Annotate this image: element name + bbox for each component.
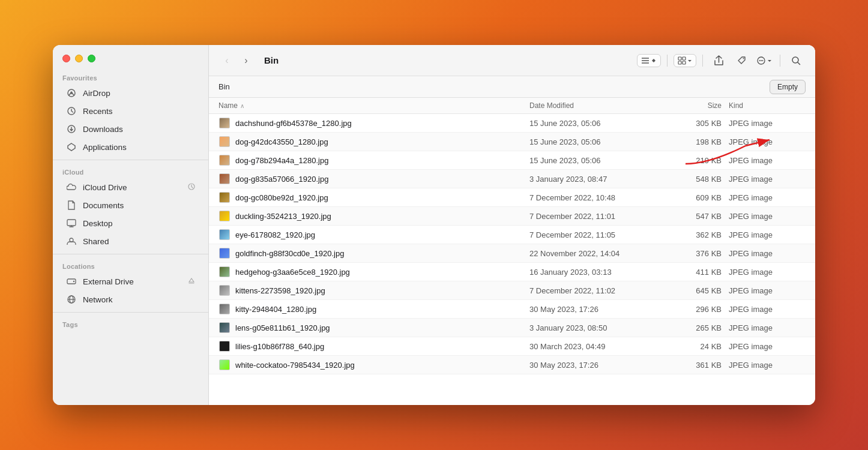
traffic-lights [53, 45, 208, 70]
finder-window: Favourites AirDrop [53, 45, 815, 405]
file-kind: JPEG image [722, 137, 806, 146]
file-icon [219, 247, 231, 259]
downloads-icon [66, 124, 77, 134]
share-button[interactable] [709, 52, 728, 69]
table-row[interactable]: dog-g42dc43550_1280.jpg 15 June 2023, 05… [209, 133, 815, 151]
table-row[interactable]: dachshund-gf6b45378e_1280.jpg 15 June 20… [209, 114, 815, 133]
kind-column-header[interactable]: Kind [722, 101, 806, 110]
search-button[interactable] [786, 52, 806, 69]
sidebar-airdrop-label: AirDrop [83, 89, 110, 98]
size-column-header[interactable]: Size [662, 101, 722, 110]
file-size: 411 KB [662, 268, 722, 277]
file-size: 548 KB [662, 175, 722, 184]
file-name: goldfinch-g88f30cd0e_1920.jpg [235, 249, 344, 258]
date-column-header[interactable]: Date Modified [529, 101, 662, 110]
name-column-header[interactable]: Name ∧ [219, 101, 529, 110]
file-name: lilies-g10b86f788_640.jpg [235, 342, 324, 351]
file-thumbnail [219, 155, 230, 166]
file-thumbnail [219, 248, 230, 259]
table-row[interactable]: dog-g78b294a4a_1280.jpg 15 June 2023, 05… [209, 151, 815, 170]
file-name: lens-g05e811b61_1920.jpg [235, 323, 330, 332]
table-row[interactable]: eye-6178082_1920.jpg 7 December 2022, 11… [209, 226, 815, 244]
sidebar: Favourites AirDrop [53, 45, 209, 405]
tag-button[interactable] [732, 52, 751, 69]
tag-icon [737, 56, 746, 65]
list-icon [641, 56, 649, 65]
file-kind: JPEG image [722, 193, 806, 202]
file-icon [219, 154, 231, 166]
forward-button[interactable]: › [238, 52, 255, 69]
svg-point-6 [70, 238, 73, 242]
file-icon [219, 359, 231, 371]
table-row[interactable]: hedgehog-g3aa6e5ce8_1920.jpg 16 January … [209, 263, 815, 281]
icloud-label: iCloud [53, 164, 208, 178]
svg-point-22 [759, 60, 761, 61]
list-view-button[interactable] [637, 54, 661, 67]
file-thumbnail [219, 173, 230, 184]
window-title: Bin [264, 55, 279, 65]
file-date: 16 January 2023, 03:13 [529, 268, 662, 277]
svg-point-8 [73, 281, 74, 282]
file-size: 265 KB [662, 323, 722, 332]
file-date: 30 May 2023, 17:26 [529, 361, 662, 370]
file-thumbnail [219, 192, 230, 203]
svg-point-20 [743, 58, 744, 59]
sidebar-item-recents[interactable]: Recents [56, 103, 205, 119]
file-name: hedgehog-g3aa6e5ce8_1920.jpg [235, 268, 350, 277]
sidebar-desktop-label: Desktop [83, 219, 113, 228]
file-kind: JPEG image [722, 268, 806, 277]
search-icon [791, 56, 801, 65]
table-row[interactable]: kittens-2273598_1920.jpg 7 December 2022… [209, 281, 815, 300]
favourites-label: Favourites [53, 70, 208, 84]
file-size: 296 KB [662, 305, 722, 314]
table-row[interactable]: dog-gc080be92d_1920.jpg 7 December 2022,… [209, 188, 815, 207]
sort-arrow-icon: ∧ [240, 103, 244, 109]
documents-icon [66, 200, 77, 211]
file-kind: JPEG image [722, 361, 806, 370]
eject-icon[interactable] [188, 277, 195, 286]
file-date: 30 March 2023, 04:49 [529, 342, 662, 351]
sidebar-item-airdrop[interactable]: AirDrop [56, 85, 205, 101]
sidebar-item-documents[interactable]: Documents [56, 197, 205, 214]
table-row[interactable]: lens-g05e811b61_1920.jpg 3 January 2023,… [209, 319, 815, 337]
file-icon [219, 117, 231, 129]
back-button[interactable]: ‹ [219, 52, 235, 69]
close-button[interactable] [62, 55, 70, 62]
more-button[interactable] [755, 52, 774, 69]
file-kind: JPEG image [722, 249, 806, 258]
table-row[interactable]: dog-g835a57066_1920.jpg 3 January 2023, … [209, 170, 815, 188]
file-date: 22 November 2022, 14:04 [529, 249, 662, 258]
file-icon [219, 210, 231, 222]
maximize-button[interactable] [88, 55, 95, 62]
table-row[interactable]: kitty-2948404_1280.jpg 30 May 2023, 17:2… [209, 300, 815, 319]
svg-rect-18 [678, 61, 681, 64]
file-name-cell: kittens-2273598_1920.jpg [219, 284, 529, 296]
sidebar-item-applications[interactable]: Applications [56, 139, 205, 155]
sidebar-item-shared[interactable]: Shared [56, 233, 205, 250]
file-kind: JPEG image [722, 175, 806, 184]
file-date: 3 January 2023, 08:47 [529, 175, 662, 184]
recents-icon [66, 106, 77, 116]
grid-view-button[interactable] [674, 54, 696, 67]
table-row[interactable]: duckling-3524213_1920.jpg 7 December 202… [209, 207, 815, 226]
file-name-cell: dog-g78b294a4a_1280.jpg [219, 154, 529, 166]
sidebar-icloud-label: iCloud Drive [83, 183, 127, 192]
file-icon [219, 229, 231, 241]
svg-rect-19 [683, 61, 686, 64]
table-row[interactable]: lilies-g10b86f788_640.jpg 30 March 2023,… [209, 337, 815, 356]
sidebar-item-downloads[interactable]: Downloads [56, 121, 205, 137]
table-row[interactable]: white-cockatoo-7985434_1920.jpg 30 May 2… [209, 356, 815, 374]
sidebar-shared-label: Shared [83, 237, 109, 246]
sidebar-item-desktop[interactable]: Desktop [56, 215, 205, 232]
sidebar-item-network[interactable]: Network [56, 291, 205, 308]
sidebar-item-external-drive[interactable]: External Drive [56, 273, 205, 290]
file-date: 30 May 2023, 17:26 [529, 305, 662, 314]
empty-button[interactable]: Empty [770, 80, 806, 94]
desktop-icon [66, 218, 77, 229]
file-size: 645 KB [662, 286, 722, 295]
minimize-button[interactable] [75, 55, 83, 62]
svg-point-24 [762, 60, 764, 61]
sidebar-item-icloud-drive[interactable]: iCloud Drive [56, 179, 205, 196]
table-row[interactable]: goldfinch-g88f30cd0e_1920.jpg 22 Novembe… [209, 244, 815, 263]
file-name: dachshund-gf6b45378e_1280.jpg [235, 119, 352, 128]
